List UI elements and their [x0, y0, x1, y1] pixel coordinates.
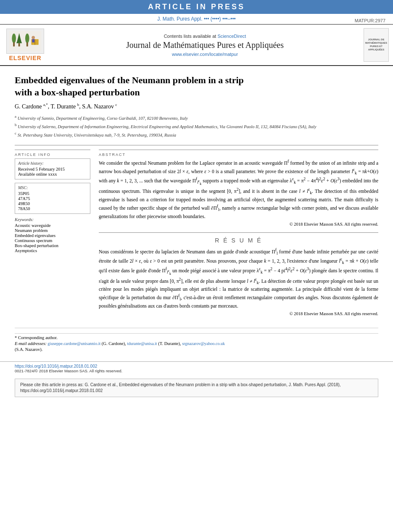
journal-center: Contents lists available at ScienceDirec…: [50, 34, 359, 57]
corresponding-author: * Corresponding author.: [15, 335, 378, 340]
svg-point-10: [32, 36, 35, 40]
journal-reference: J. Math. Pures Appl. ••• (••••) •••–•••: [0, 14, 393, 23]
footnote-divider: [15, 333, 378, 334]
abstract-column: ABSTRACT We consider the spectral Neuman…: [99, 150, 378, 322]
doi-link[interactable]: https://doi.org/10.1016/j.matpur.2018.01…: [15, 364, 97, 369]
msc-box: MSC: 35P05 47A75 49R50 78A50: [15, 183, 90, 214]
footer-issn-line: 0021-7824/© 2018 Elsevier Masson SAS. Al…: [15, 369, 378, 373]
article-history-box: Article history: Received 5 February 201…: [15, 158, 90, 179]
msc-code-4: 78A50: [18, 206, 87, 211]
keywords-label: Keywords:: [15, 217, 90, 222]
journal-header: ELSEVIER Contents lists available at Sci…: [0, 25, 393, 66]
keyword-item: Acoustic waveguide: [15, 223, 90, 228]
keyword-item: Asymptotics: [15, 248, 90, 253]
svg-rect-11: [32, 39, 34, 42]
keywords-section: Keywords: Acoustic waveguide Neumann pro…: [15, 217, 90, 253]
nazarov-label: (S.A. Nazarov).: [15, 347, 378, 352]
resume-title: R É S U M É: [99, 232, 378, 244]
article-history-title: Article history:: [18, 161, 87, 166]
section-divider: [15, 145, 378, 145]
abstract-copyright: © 2018 Elsevier Masson SAS. All rights r…: [99, 222, 378, 226]
authors-line: G. Cardone a,*, T. Durante b, S.A. Nazar…: [15, 103, 378, 110]
resume-text: Nous considérons le spectre du laplacien…: [99, 247, 378, 310]
affiliation-b: b University of Salerno, Department of I…: [15, 122, 378, 130]
logo-image: [6, 29, 44, 54]
footer-section: https://doi.org/10.1016/j.matpur.2018.01…: [0, 361, 393, 375]
article-info-column: ARTICLE INFO Article history: Received 5…: [15, 150, 90, 322]
abstract-section: ABSTRACT We consider the spectral Neuman…: [99, 153, 378, 226]
resume-copyright: © 2018 Elsevier Masson SAS. All rights r…: [99, 311, 378, 316]
email-addresses: E-mail addresses: giuseppe.cardone@unisa…: [15, 341, 378, 346]
keywords-list: Acoustic waveguide Neumann problem Embed…: [15, 223, 90, 253]
msc-code-2: 47A75: [18, 196, 87, 201]
footer-doi-line: https://doi.org/10.1016/j.matpur.2018.01…: [15, 364, 378, 369]
abstract-text: We consider the spectral Neumann problem…: [99, 158, 378, 220]
article-in-press-banner: ARTICLE IN PRESS: [0, 0, 393, 14]
article-title: Embedded eigenvalues of the Neumann prob…: [15, 74, 378, 98]
main-content: Embedded eigenvalues of the Neumann prob…: [0, 66, 393, 357]
affiliations: a University of Sannio, Department of En…: [15, 113, 378, 139]
sciencedirect-line: Contents lists available at ScienceDirec…: [50, 34, 359, 39]
available-online: Available online xxxx: [18, 172, 87, 176]
article-info-label: ARTICLE INFO: [15, 153, 90, 157]
email-durante[interactable]: tdurante@unisa.it: [127, 341, 157, 346]
citation-box: Please cite this article in press as: G.…: [15, 379, 378, 397]
svg-rect-7: [26, 42, 28, 47]
svg-point-6: [25, 34, 29, 43]
keyword-item: Embedded eigenvalues: [15, 233, 90, 238]
msc-label: MSC:: [18, 185, 87, 190]
email-cardone[interactable]: giuseppe.cardone@unisannio.it: [47, 341, 100, 346]
sciencedirect-link[interactable]: ScienceDirect: [217, 34, 246, 39]
received-date: Received 5 February 2015: [18, 167, 87, 171]
matpur-badge: MATPUR:2977: [355, 18, 385, 23]
journal-url[interactable]: www.elsevier.com/locate/matpur: [50, 52, 359, 57]
msc-code-1: 35P05: [18, 191, 87, 196]
two-column-layout: ARTICLE INFO Article history: Received 5…: [15, 150, 378, 322]
elsevier-logo: ELSEVIER: [4, 29, 46, 61]
keyword-item: Box-shaped perturbation: [15, 243, 90, 248]
affiliation-c: c St. Petersburg State University, Unive…: [15, 130, 378, 139]
email-nazarov[interactable]: srgnazarov@yahoo.co.uk: [182, 341, 225, 346]
journal-thumbnail: JOURNAL DE MATHÉMATIQUES PURES ET APPLIQ…: [364, 28, 389, 62]
msc-code-3: 49R50: [18, 201, 87, 206]
keyword-item: Neumann problem: [15, 228, 90, 233]
journal-name: Journal de Mathématiques Pures et Appliq…: [50, 40, 359, 50]
abstract-label: ABSTRACT: [99, 153, 378, 157]
svg-rect-5: [18, 43, 20, 47]
svg-point-1: [12, 34, 16, 43]
affiliation-a: a University of Sannio, Department of En…: [15, 113, 378, 122]
keyword-item: Continuous spectrum: [15, 238, 90, 243]
resume-section: R É S U M É Nous considérons le spectre …: [99, 232, 378, 316]
footnotes-section: * Corresponding author. E-mail addresses…: [15, 328, 378, 352]
svg-rect-2: [13, 42, 15, 47]
elsevier-text: ELSEVIER: [9, 55, 41, 61]
thumb-text: JOURNAL DE MATHÉMATIQUES PURES ET APPLIQ…: [365, 38, 387, 51]
